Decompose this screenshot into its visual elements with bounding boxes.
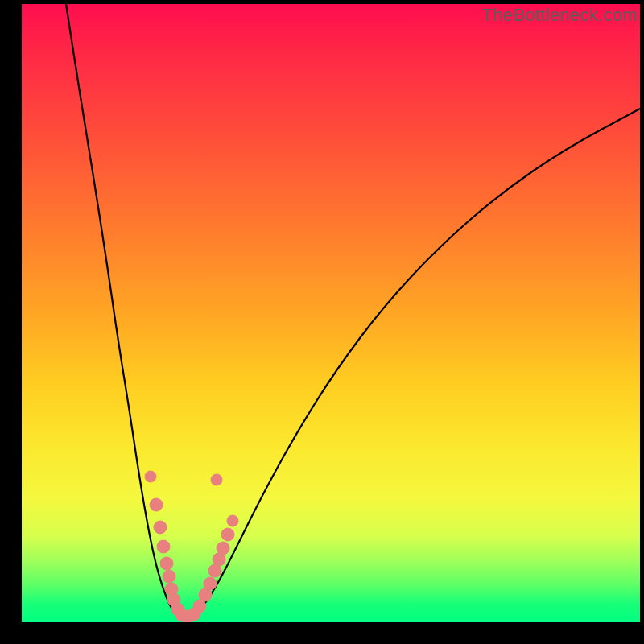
data-marker [211,474,222,485]
data-marker [193,600,206,613]
data-marker [160,557,173,570]
left-curve [66,4,185,621]
data-marker [227,515,238,526]
data-marker [204,577,217,590]
data-marker [157,540,170,553]
chart-svg [22,4,640,622]
plot-area [22,4,640,622]
data-markers [145,471,238,622]
chart-frame: TheBottleneck.com [0,0,644,644]
right-curve [185,109,640,621]
data-marker [163,570,175,583]
data-marker [221,528,234,541]
data-marker [217,542,229,555]
watermark-text: TheBottleneck.com [482,5,638,26]
data-marker [145,471,156,482]
data-marker [150,498,163,511]
data-marker [154,521,167,534]
